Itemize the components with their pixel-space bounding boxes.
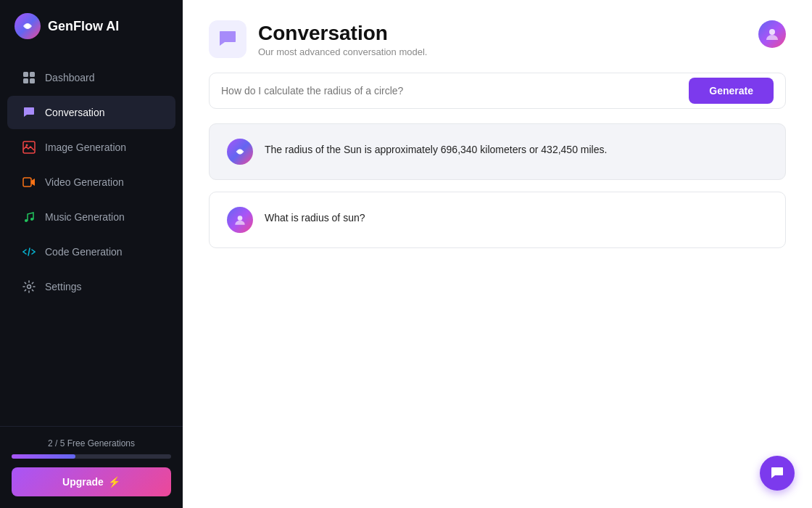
header-text: Conversation Our most advanced conversat… [258, 22, 427, 57]
svg-rect-7 [23, 178, 31, 187]
chat-fab-button[interactable] [760, 456, 795, 491]
svg-point-9 [30, 218, 33, 221]
header-icon-box [209, 20, 246, 58]
sidebar-label-video: Video Generation [45, 176, 124, 188]
sidebar-label-music: Music Generation [45, 211, 125, 223]
sidebar-item-video-generation[interactable]: Video Generation [7, 165, 175, 199]
app-logo: GenFlow AI [0, 0, 183, 52]
sidebar-nav: Dashboard Conversation Image Generation [0, 52, 183, 426]
svg-rect-1 [23, 72, 28, 77]
free-gen-label: 2 / 5 Free Generations [12, 438, 171, 448]
user-msg-avatar [227, 207, 253, 233]
user-message-text: What is radius of sun? [265, 207, 365, 226]
header-left: Conversation Our most advanced conversat… [209, 20, 427, 58]
svg-point-13 [238, 216, 243, 221]
dashboard-icon [22, 70, 36, 85]
logo-icon [14, 13, 41, 39]
svg-rect-4 [30, 78, 35, 83]
sidebar-item-music-generation[interactable]: Music Generation [7, 200, 175, 234]
sidebar-item-image-generation[interactable]: Image Generation [7, 131, 175, 164]
main-content: Conversation Our most advanced conversat… [183, 0, 812, 508]
ai-message-text: The radius of the Sun is approximately 6… [265, 139, 607, 157]
svg-point-11 [769, 29, 775, 35]
svg-rect-2 [30, 72, 35, 77]
svg-point-12 [238, 149, 241, 153]
prompt-input[interactable] [221, 73, 689, 108]
ai-avatar [227, 139, 253, 165]
chat-header-icon [218, 29, 238, 49]
page-subtitle: Our most advanced conversation model. [258, 46, 427, 57]
input-bar: Generate [209, 73, 786, 109]
message-card-ai: The radius of the Sun is approximately 6… [209, 123, 786, 180]
message-card-user: What is radius of sun? [209, 192, 786, 248]
sidebar-label-conversation: Conversation [45, 107, 105, 118]
music-icon [22, 210, 36, 224]
sidebar: GenFlow AI Dashboard Conversation [0, 0, 183, 508]
svg-point-8 [25, 219, 28, 222]
upgrade-icon: ⚡ [108, 476, 120, 488]
input-section: Generate [183, 73, 812, 123]
progress-bar-bg [12, 454, 171, 459]
app-name: GenFlow AI [48, 19, 119, 34]
messages-section: The radius of the Sun is approximately 6… [183, 123, 812, 248]
sidebar-label-settings: Settings [45, 281, 82, 292]
image-icon [22, 140, 36, 155]
conversation-icon [22, 105, 36, 120]
svg-point-0 [25, 24, 30, 28]
sidebar-label-image: Image Generation [45, 142, 126, 153]
upgrade-button[interactable]: Upgrade ⚡ [12, 467, 171, 496]
sidebar-item-dashboard[interactable]: Dashboard [7, 61, 175, 94]
video-icon [22, 175, 36, 189]
user-avatar[interactable] [758, 20, 786, 48]
sidebar-item-settings[interactable]: Settings [7, 270, 175, 303]
progress-bar-fill [12, 454, 75, 459]
settings-icon [22, 279, 36, 294]
svg-point-10 [28, 285, 31, 289]
sidebar-label-dashboard: Dashboard [45, 72, 95, 83]
sidebar-item-conversation[interactable]: Conversation [7, 96, 175, 129]
generate-button[interactable]: Generate [689, 78, 774, 104]
page-header: Conversation Our most advanced conversat… [183, 0, 812, 73]
code-icon [22, 245, 36, 259]
sidebar-label-code: Code Generation [45, 246, 123, 258]
page-title: Conversation [258, 22, 427, 45]
sidebar-bottom: 2 / 5 Free Generations Upgrade ⚡ [0, 426, 183, 508]
upgrade-label: Upgrade [62, 476, 104, 488]
svg-rect-3 [23, 78, 28, 83]
sidebar-item-code-generation[interactable]: Code Generation [7, 235, 175, 269]
